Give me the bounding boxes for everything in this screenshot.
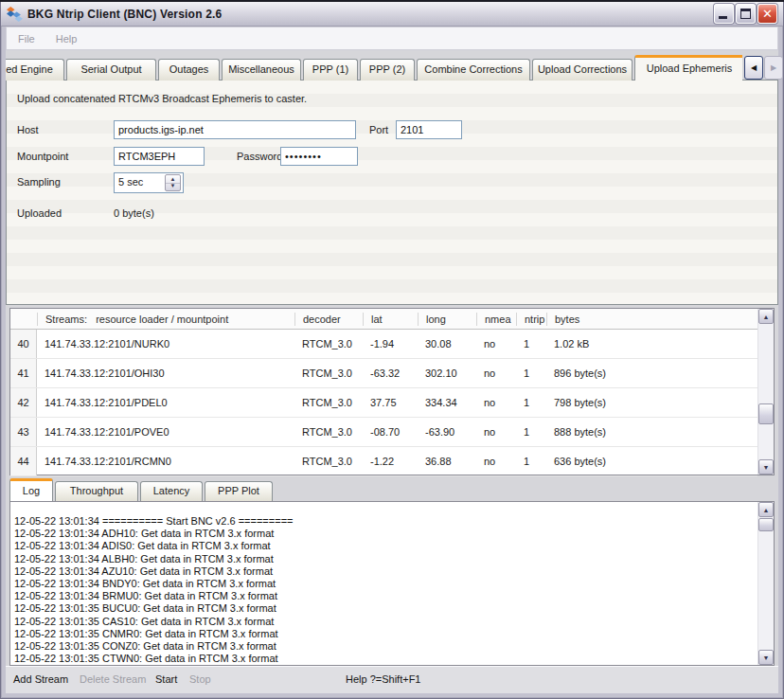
log-line: 12-05-22 13:01:34 AZU10: Get data in RTC… [14, 565, 754, 578]
delete-stream-button: Delete Stream [80, 673, 146, 685]
scroll-down-icon[interactable]: ▼ [758, 650, 774, 665]
add-stream-button[interactable]: Add Stream [13, 673, 68, 685]
minimize-icon [719, 16, 727, 19]
panel-description: Upload concatenated RTCMv3 Broadcast Eph… [17, 93, 307, 104]
streams-table-body: 40 141.74.33.12:2101/NURK0 RTCM_3.0 -1.9… [10, 330, 757, 475]
tab-combine-corrections[interactable]: Combine Corrections [417, 59, 530, 81]
stop-button: Stop [189, 673, 211, 685]
log-text-area[interactable]: 12-05-22 13:01:34 ========== Start BNC v… [10, 502, 757, 665]
header-decoder: decoder [294, 313, 363, 326]
mountpoint-input[interactable] [114, 147, 205, 166]
start-button[interactable]: Start [155, 673, 177, 685]
log-line: 12-05-22 13:01:34 ADIS0: Get data in RTC… [14, 540, 754, 552]
streams-table-header: Streams: resource loader / mountpoint de… [10, 309, 757, 330]
port-label: Port [369, 124, 388, 135]
settings-tab-bar: ed Engine Serial Output Outages Miscella… [6, 55, 742, 81]
tab-upload-ephemeris[interactable]: Upload Ephemeris [634, 55, 742, 81]
tab-scroll-left-icon: ◀ [751, 63, 757, 72]
menu-bar: File Help [6, 27, 778, 50]
log-line: 12-05-22 13:01:35 CTWN0: Get data in RTC… [14, 653, 754, 665]
action-bar: Add Stream Delete Stream Start Stop Help… [6, 666, 778, 693]
output-tab-bar: Log Throughput Latency PPP Plot [9, 478, 275, 501]
mountpoint-label: Mountpoint [17, 151, 68, 162]
menu-help[interactable]: Help [46, 33, 87, 45]
close-button[interactable]: ✕ [757, 4, 777, 24]
tab-scroll-right-button: ▶ [764, 56, 783, 80]
tab-log[interactable]: Log [9, 478, 53, 501]
port-input[interactable] [396, 120, 462, 139]
tab-outages[interactable]: Outages [158, 59, 220, 81]
upload-ephemeris-panel: Upload concatenated RTCMv3 Broadcast Eph… [6, 80, 778, 305]
header-lat: lat [363, 313, 418, 326]
tab-throughput[interactable]: Throughput [55, 481, 138, 501]
sampling-spinner[interactable]: 5 sec ▲ ▼ [114, 172, 184, 193]
sampling-label: Sampling [17, 176, 61, 188]
tab-scroll-left-button[interactable]: ◀ [744, 56, 763, 80]
streams-scrollbar-thumb[interactable] [758, 403, 774, 424]
tab-ppp-1[interactable]: PPP (1) [303, 59, 358, 81]
window-title: BKG Ntrip Client (BNC) Version 2.6 [27, 8, 223, 21]
help-shortcut-label[interactable]: Help ?=Shift+F1 [346, 673, 421, 685]
tab-scroll-right-icon: ▶ [771, 63, 776, 72]
header-row-number [10, 313, 37, 326]
sampling-value: 5 sec [118, 176, 143, 188]
log-panel: 12-05-22 13:01:34 ========== Start BNC v… [9, 501, 775, 666]
spin-down-icon[interactable]: ▼ [166, 182, 180, 190]
header-bytes: bytes [546, 313, 757, 326]
header-streams: Streams: resource loader / mountpoint [37, 313, 294, 326]
log-scrollbar[interactable]: ▲ ▼ [757, 502, 774, 665]
streams-table: Streams: resource loader / mountpoint de… [9, 308, 775, 475]
host-label: Host [17, 124, 39, 135]
tab-latency[interactable]: Latency [140, 481, 203, 501]
header-long: long [418, 313, 476, 326]
log-line: 12-05-22 13:01:35 CNMR0: Get data in RTC… [14, 628, 754, 640]
password-label: Password [237, 151, 282, 162]
log-line: 12-05-22 13:01:35 CONZ0: Get data in RTC… [14, 640, 754, 653]
log-line: 12-05-22 13:01:35 CAS10: Get data in RTC… [14, 616, 754, 628]
log-line: 12-05-22 13:01:34 BNDY0: Get data in RTC… [14, 578, 754, 590]
table-row[interactable]: 43 141.74.33.12:2101/POVE0 RTCM_3.0 -08.… [10, 418, 757, 447]
password-input[interactable] [280, 147, 358, 166]
tab-ppp-2[interactable]: PPP (2) [360, 59, 415, 81]
bnc-main-window: BKG Ntrip Client (BNC) Version 2.6 ✕ Fil… [0, 0, 784, 699]
table-row[interactable]: 40 141.74.33.12:2101/NURK0 RTCM_3.0 -1.9… [10, 330, 757, 359]
close-icon: ✕ [758, 5, 776, 23]
table-row[interactable]: 42 141.74.33.12:2101/PDEL0 RTCM_3.0 37.7… [10, 388, 757, 418]
table-row[interactable]: 41 141.74.33.12:2101/OHI30 RTCM_3.0 -63.… [10, 359, 757, 388]
tab-serial-output[interactable]: Serial Output [66, 59, 156, 81]
sampling-spin-buttons: ▲ ▼ [165, 174, 181, 191]
maximize-button[interactable] [736, 4, 756, 24]
maximize-icon [740, 9, 751, 19]
header-ntrip: ntrip [516, 313, 546, 326]
app-icon [7, 6, 23, 22]
log-line: 12-05-22 13:01:35 BUCU0: Get data in RTC… [14, 602, 754, 615]
log-line: 12-05-22 13:01:34 BRMU0: Get data in RTC… [14, 590, 754, 602]
log-line: 12-05-22 13:01:34 ALBH0: Get data in RTC… [14, 553, 754, 565]
title-bar[interactable]: BKG Ntrip Client (BNC) Version 2.6 ✕ [1, 2, 783, 27]
streams-scrollbar[interactable]: ▲ ▼ [757, 309, 774, 475]
log-scrollbar-thumb[interactable] [758, 518, 774, 531]
tab-ppp-plot[interactable]: PPP Plot [205, 481, 273, 501]
table-row[interactable]: 44 141.74.33.12:2101/RCMN0 RTCM_3.0 -1.2… [10, 447, 757, 476]
log-line: 12-05-22 13:01:34 ADH10: Get data in RTC… [14, 528, 754, 540]
host-input[interactable] [114, 120, 356, 139]
uploaded-label: Uploaded [17, 207, 62, 219]
scroll-up-icon[interactable]: ▲ [758, 309, 774, 324]
menu-file[interactable]: File [9, 33, 45, 45]
tab-feed-engine[interactable]: ed Engine [6, 59, 64, 81]
tab-upload-corrections[interactable]: Upload Corrections [532, 59, 633, 81]
scroll-down-icon[interactable]: ▼ [758, 459, 774, 475]
log-line: 12-05-22 13:01:34 ========== Start BNC v… [14, 515, 754, 528]
tab-miscellaneous[interactable]: Miscellaneous [222, 59, 301, 81]
header-nmea: nmea [476, 313, 516, 326]
scroll-up-icon[interactable]: ▲ [758, 502, 774, 517]
minimize-button[interactable] [714, 4, 734, 24]
uploaded-value: 0 byte(s) [114, 207, 154, 219]
